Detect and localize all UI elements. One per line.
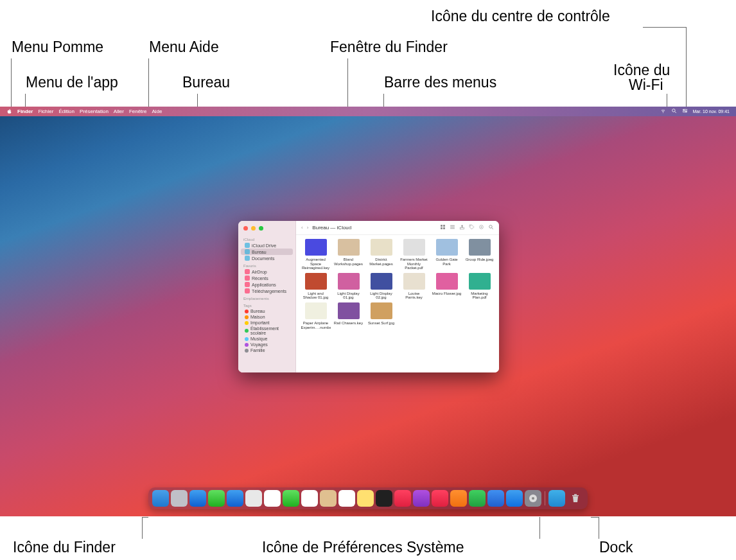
dock-news-icon[interactable] [432, 490, 448, 507]
file-item[interactable]: Bland Workshop.pages [333, 239, 364, 270]
dock-maps-icon[interactable] [245, 490, 262, 507]
file-item[interactable]: Farmers Market Monthly Packet.pdf [398, 239, 430, 270]
sidebar-item-maison[interactable]: Maison [238, 314, 295, 320]
sidebar-item-téléchargements[interactable]: Téléchargements [238, 288, 295, 294]
menu-edition[interactable]: Édition [58, 109, 74, 114]
minimize-traffic-light[interactable] [251, 226, 256, 231]
sidebar-item-important[interactable]: Important [238, 320, 295, 326]
action-button[interactable] [478, 224, 484, 231]
sidebar-item-voyages[interactable]: Voyages [238, 342, 295, 347]
sidebar-item-label: Établissement scolaire [250, 326, 290, 335]
callout-menu-aide: Menu Aide [149, 39, 219, 56]
svg-point-5 [685, 111, 687, 112]
sidebar-item-documents[interactable]: Documents [238, 255, 295, 261]
menu-aide[interactable]: Aide [152, 109, 162, 114]
dock-appstore-icon[interactable] [506, 490, 523, 507]
tag-dot-icon [245, 349, 249, 353]
zoom-traffic-light[interactable] [259, 226, 263, 231]
dock-safari-icon[interactable] [189, 490, 206, 507]
wifi-icon[interactable] [660, 108, 666, 115]
svg-point-20 [532, 497, 534, 500]
file-item[interactable]: Light Display 02.jpg [365, 273, 397, 300]
file-item[interactable]: Marketing Plan.pdf [464, 273, 495, 300]
back-button[interactable]: ‹ [301, 225, 303, 231]
file-item[interactable]: Sunset Surf.jpg [365, 302, 397, 329]
file-thumbnail-icon [338, 302, 360, 319]
menu-fenetre[interactable]: Fenêtre [129, 109, 147, 114]
dock-mail-icon[interactable] [227, 490, 243, 507]
file-name: Group Ride.jpeg [466, 258, 494, 262]
control-center-icon[interactable] [682, 108, 688, 115]
svg-line-18 [492, 228, 493, 229]
dock-launchpad-icon[interactable] [171, 490, 188, 507]
file-item[interactable]: Light Display 01.jpg [333, 273, 364, 300]
file-thumbnail-icon [469, 239, 491, 256]
sidebar-item-icloud-drive[interactable]: iCloud Drive [238, 242, 295, 249]
file-item[interactable]: Light and Shadow 01.jpg [300, 273, 331, 300]
sidebar-item-label: Maison [250, 315, 265, 319]
tag-button[interactable] [469, 224, 475, 231]
file-item[interactable]: Rail Chasers.key [333, 302, 364, 329]
svg-rect-21 [572, 495, 579, 496]
dock-keynote-icon[interactable] [487, 490, 504, 507]
file-name: Sunset Surf.jpg [368, 321, 394, 326]
file-name: Bland Workshop.pages [334, 258, 364, 266]
dock-numbers-icon[interactable] [469, 490, 486, 507]
tag-dot-icon [245, 321, 249, 325]
cloud-icon [245, 243, 250, 248]
sidebar-item-récents[interactable]: Récents [238, 275, 295, 281]
file-item[interactable]: Golden Gate Park [431, 239, 462, 270]
menu-presentation[interactable]: Présentation [80, 109, 109, 114]
sidebar-item-famille[interactable]: Famille [238, 347, 295, 353]
dock-contacts-icon[interactable] [320, 490, 337, 507]
menu-app-name[interactable]: Finder [17, 109, 33, 114]
file-item[interactable]: Louise Parris.key [398, 273, 430, 300]
menu-fichier[interactable]: Fichier [38, 109, 53, 114]
dock-reminders-icon[interactable] [338, 490, 355, 507]
svg-rect-6 [441, 225, 442, 227]
airdrop-icon [245, 269, 250, 274]
file-thumbnail-icon [403, 273, 425, 290]
file-name: Paper Airplane Experim….numbers [301, 321, 331, 329]
dock-system-preferences-icon[interactable] [525, 490, 541, 507]
sidebar-item-bureau[interactable]: Bureau [238, 308, 295, 314]
search-button[interactable] [488, 224, 494, 231]
sidebar-item-musique[interactable]: Musique [238, 336, 295, 342]
dock-pages-icon[interactable] [450, 490, 467, 507]
sidebar-item-airdrop[interactable]: AirDrop [238, 268, 295, 275]
menubar-datetime[interactable]: Mar. 10 nov. 09:41 [693, 109, 730, 114]
file-item[interactable]: Group Ride.jpeg [464, 239, 495, 270]
forward-button[interactable]: › [307, 225, 309, 231]
view-icons-button[interactable] [440, 224, 446, 231]
dock-notes-icon[interactable] [357, 490, 374, 507]
dock-podcasts-icon[interactable] [413, 490, 430, 507]
file-item[interactable]: District Market.pages [365, 239, 397, 270]
share-button[interactable] [459, 224, 465, 231]
dock-facetime-icon[interactable] [283, 490, 299, 507]
menu-aller[interactable]: Aller [114, 109, 124, 114]
dock-music-icon[interactable] [394, 490, 411, 507]
file-item[interactable]: Macro Flower.jpg [431, 273, 462, 300]
menubar: Finder Fichier Édition Présentation Alle… [0, 107, 736, 116]
spotlight-icon[interactable] [671, 108, 677, 115]
dock-photos-icon[interactable] [264, 490, 281, 507]
dock-tv-icon[interactable] [376, 490, 392, 507]
file-item[interactable]: Paper Airplane Experim….numbers [300, 302, 331, 329]
sidebar-item-établissement-scolaire[interactable]: Établissement scolaire [238, 326, 295, 336]
dock-trash-icon[interactable] [567, 490, 584, 507]
file-thumbnail-icon [305, 239, 327, 256]
dock-downloads-icon[interactable] [548, 490, 565, 507]
finder-title: Bureau — iCloud [312, 225, 351, 231]
close-traffic-light[interactable] [243, 226, 248, 231]
sidebar-item-applications[interactable]: Applications [238, 281, 295, 288]
dock-finder-icon[interactable] [152, 490, 169, 507]
group-button[interactable] [450, 224, 455, 231]
file-item[interactable]: Augmented Space Reimagined.key [300, 239, 331, 270]
file-thumbnail-icon [371, 273, 392, 290]
svg-point-3 [683, 109, 685, 110]
apple-menu-icon[interactable] [6, 109, 12, 114]
dock-calendar-icon[interactable] [301, 490, 318, 507]
sidebar-item-bureau[interactable]: Bureau [241, 249, 293, 255]
dock-messages-icon[interactable] [208, 490, 225, 507]
finder-sidebar: iCloudiCloud DriveBureauDocumentsFavoris… [238, 221, 296, 372]
